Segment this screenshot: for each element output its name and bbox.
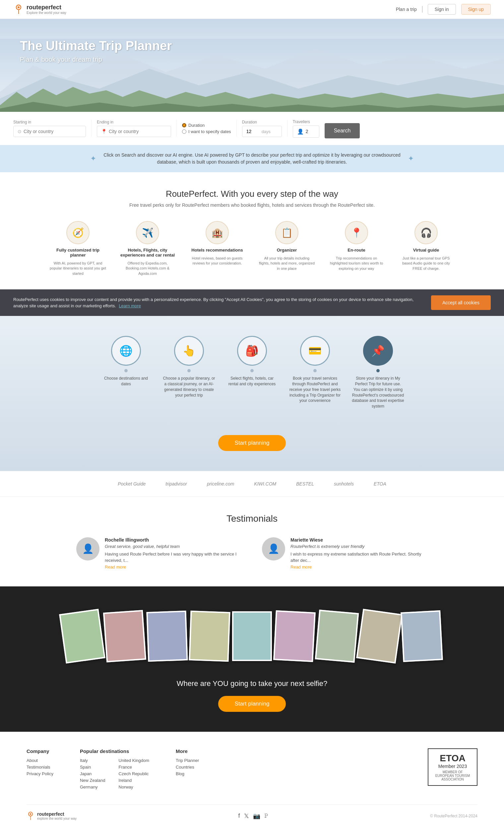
footer-dest-link[interactable]: Norway — [119, 785, 149, 790]
testimonials-grid: 👤 Rochelle Illingworth Great service, go… — [26, 537, 478, 570]
ai-banner: ✦ Click on Search and discover our AI en… — [0, 145, 504, 172]
days-input[interactable] — [246, 129, 260, 134]
read-more-link[interactable]: Read more — [290, 564, 312, 570]
signup-button[interactable]: Sign up — [461, 4, 491, 15]
photo-item — [189, 611, 230, 662]
step-desc: Book your travel services through RouteP… — [288, 376, 342, 404]
etoa-year: Member 2023 — [434, 763, 472, 769]
read-more-link[interactable]: Read more — [105, 564, 126, 570]
step-circle: 📌 — [363, 336, 393, 366]
footer-dest-link[interactable]: France — [119, 764, 149, 769]
search-bar: Starting in ⊙ Ending in 📍 Duration I wan… — [0, 112, 504, 145]
start-planning-button[interactable]: Start planning — [218, 435, 286, 451]
start-planning-selfie-button[interactable]: Start planning — [218, 696, 286, 712]
footer-company-link[interactable]: Testimonials — [26, 764, 53, 769]
features-section: RoutePerfect. With you every step of the… — [0, 172, 504, 289]
testimonial-item: 👤 Mariette Wiese RoutePerfect is extreme… — [262, 537, 428, 570]
feature-item: 🧭 Fully customized trip planner With AI,… — [50, 221, 106, 276]
feature-title: Hotels recommendations — [191, 247, 243, 252]
feature-desc: Trip recommendations on highlighted tour… — [328, 256, 385, 271]
footer-dest-link[interactable]: Germany — [80, 785, 105, 790]
starting-input-wrap: ⊙ — [13, 126, 86, 137]
feature-item: 📍 En-route Trip recommendations on highl… — [328, 221, 385, 276]
testimonials-title: Testimonials — [26, 513, 478, 524]
starting-input[interactable] — [23, 129, 82, 134]
footer-dest-link[interactable]: Italy — [80, 758, 105, 763]
etoa-desc: MEMBER OF EUROPEAN TOURISM ASSOCIATION — [434, 770, 472, 781]
footer-dest-link[interactable]: Spain — [80, 764, 105, 769]
testimonial-title: RoutePerfect is extremely user friendly — [290, 544, 428, 549]
testimonial-item: 👤 Rochelle Illingworth Great service, go… — [76, 537, 242, 570]
testimonial-avatar: 👤 — [76, 537, 100, 560]
footer-company-link[interactable]: Privacy Policy — [26, 771, 53, 776]
footer-more-link[interactable]: Countries — [176, 764, 199, 769]
step-circle: 👆 — [174, 336, 204, 366]
step-dot — [124, 369, 128, 372]
feature-desc: With AI, powered by GPT, and popular iti… — [50, 261, 106, 276]
step-desc: Select flights, hotels, car rental and c… — [226, 376, 278, 387]
plan-trip-link[interactable]: Plan a trip — [396, 7, 417, 12]
facebook-icon[interactable]: f — [238, 812, 240, 820]
logo-title: routeperfect — [26, 4, 66, 11]
cookie-banner: RoutePerfect uses cookies to improve our… — [0, 289, 504, 316]
footer-dest-link[interactable]: New Zealand — [80, 778, 105, 783]
duration-radio-duration[interactable]: Duration — [182, 123, 231, 128]
travellers-field: Travellers 👤 2 — [293, 119, 319, 138]
duration-radio-dates[interactable]: I want to specify dates — [182, 129, 231, 134]
steps-row: 🌐 Choose destinations and dates 👆 Choose… — [13, 336, 491, 409]
accept-cookies-button[interactable]: Accept all cookies — [431, 295, 491, 310]
signin-button[interactable]: Sign in — [428, 4, 456, 15]
partner-logo: tripadvisor — [165, 481, 187, 487]
partner-logo: Pocket Guide — [118, 481, 146, 487]
feature-icon: 📍 — [345, 221, 368, 244]
partner-logo: BESTEL — [296, 481, 314, 487]
footer-dest-link[interactable]: United Kingdom — [119, 758, 149, 763]
step-item: 👆 Choose a popular itinerary, or a class… — [162, 336, 216, 398]
partner-logo: priceline.com — [207, 481, 234, 487]
feature-icon: 🎧 — [414, 221, 438, 244]
step-dot — [313, 369, 317, 372]
footer-dest-link[interactable]: Ireland — [119, 778, 149, 783]
starting-field: Starting in ⊙ — [13, 120, 86, 137]
twitter-icon[interactable]: 𝕏 — [244, 812, 249, 820]
feature-item: ✈️ Hotels, Flights, city experiences and… — [119, 221, 176, 276]
hero-title: The Ultimate Trip Planner — [20, 39, 172, 53]
logo[interactable]: routeperfect Explore the world your way — [13, 4, 66, 15]
testimonial-text: Having used Route Perfect before I was v… — [105, 551, 242, 564]
days-unit: days — [262, 129, 271, 134]
duration-days-field: Duration days — [242, 120, 282, 137]
footer-dest-link[interactable]: Czech Republic — [119, 771, 149, 776]
pinterest-icon[interactable]: 𝙿 — [264, 812, 269, 820]
search-button[interactable]: Search — [325, 123, 360, 138]
instagram-icon[interactable]: 📷 — [253, 812, 260, 820]
photo-item — [315, 610, 359, 663]
partner-logo: sunhotels — [334, 481, 354, 487]
footer-company-link[interactable]: About — [26, 758, 53, 763]
footer-more-link[interactable]: Trip Planner — [176, 758, 199, 763]
feature-icon: 📋 — [275, 221, 298, 244]
footer-logo-title: routeperfect — [37, 811, 77, 817]
travellers-label: Travellers — [293, 119, 319, 124]
step-desc: Choose destinations and dates — [100, 376, 152, 387]
feature-title: Organizer — [277, 247, 297, 252]
ending-input[interactable] — [109, 129, 167, 134]
footer-more-link[interactable]: Blog — [176, 771, 199, 776]
footer-more: More Trip PlannerCountriesBlog — [176, 748, 199, 778]
footer-more-title: More — [176, 748, 199, 754]
ai-star-left: ✦ — [90, 154, 96, 163]
step-circle: 💳 — [300, 336, 330, 366]
testimonial-name: Mariette Wiese — [290, 537, 428, 542]
step-item: 🎒 Select flights, hotels, car rental and… — [226, 336, 278, 387]
header: routeperfect Explore the world your way … — [0, 0, 504, 19]
cookie-learn-more[interactable]: Learn more — [119, 303, 141, 308]
step-item: 🌐 Choose destinations and dates — [100, 336, 152, 387]
partner-logo: ETOA — [374, 481, 386, 487]
footer-dest-link[interactable]: Japan — [80, 771, 105, 776]
footer-destinations-title: Popular destinations — [80, 748, 149, 754]
social-icons: f 𝕏 📷 𝙿 — [238, 812, 269, 820]
photo-item — [103, 610, 146, 662]
features-grid: 🧭 Fully customized trip planner With AI,… — [20, 221, 484, 276]
partners-section: Pocket Guidetripadvisorpriceline.comKIWI… — [0, 471, 504, 497]
footer-columns: Company AboutTestimonialsPrivacy Policy … — [26, 748, 478, 791]
features-subtitle: Free travel perks only for RoutePerfect … — [20, 202, 484, 208]
